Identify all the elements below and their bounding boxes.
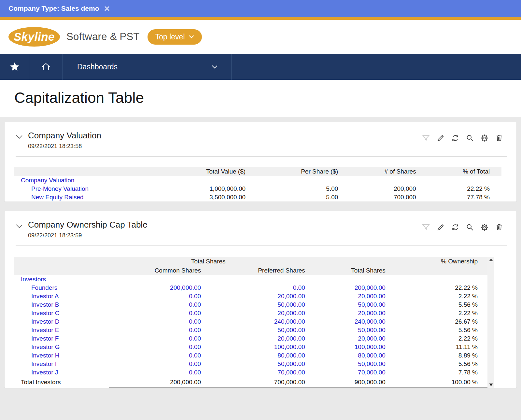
chevron-down-icon (212, 65, 218, 69)
cell-common-link[interactable]: 0.00 (189, 369, 201, 376)
search-icon[interactable] (465, 133, 475, 143)
cell-common-link[interactable]: 0.00 (189, 352, 201, 359)
row-label-link[interactable]: Investor J (31, 369, 58, 376)
row-label-link[interactable]: Company Valuation (21, 177, 74, 184)
brand-header: Skyline Software & PST Top level (0, 20, 521, 54)
cell-ownership: 22.22 % (388, 284, 487, 292)
delete-icon[interactable] (494, 222, 504, 232)
row-label-link[interactable]: Investor E (31, 327, 59, 333)
settings-icon[interactable] (480, 222, 489, 232)
collapse-chevron-icon[interactable] (12, 224, 27, 228)
total-ownership: 100.00 % (388, 377, 487, 388)
cell-common-link[interactable]: 0.00 (189, 318, 201, 325)
cell-total-link[interactable]: 50,000.00 (358, 327, 386, 333)
column-header (14, 257, 109, 266)
cell-preferred-link[interactable]: 50,000.00 (277, 327, 305, 333)
table-row: Investor J 0.00 70,000.00 70,000.00 7.78… (14, 368, 487, 377)
edit-icon[interactable] (436, 133, 445, 143)
cell-ownership: 2.22 % (388, 309, 487, 317)
row-label-link[interactable]: Investor F (31, 335, 59, 342)
cell-common-link[interactable]: 0.00 (189, 327, 201, 333)
cell-preferred-link[interactable]: 240,000.00 (274, 318, 305, 325)
filter-icon[interactable] (421, 222, 431, 232)
cell-common (109, 275, 204, 284)
cell-preferred-link[interactable]: 80,000.00 (277, 352, 305, 359)
row-label-link[interactable]: Investor G (31, 343, 60, 350)
search-icon[interactable] (465, 222, 475, 232)
refresh-icon[interactable] (450, 222, 460, 232)
collapse-chevron-icon[interactable] (12, 134, 27, 139)
cell-ownership: 2.22 % (388, 292, 487, 301)
settings-icon[interactable] (480, 133, 489, 143)
dashboard-content: Company Valuation 09/22/2021 18:23:58 To (0, 117, 521, 420)
cell-preferred-link[interactable]: 50,000.00 (277, 360, 305, 367)
cell-ownership (388, 275, 487, 284)
row-label-link[interactable]: Investor B (31, 301, 59, 308)
home-icon (41, 62, 51, 72)
row-label-link[interactable]: Investors (21, 276, 46, 283)
row-label-link[interactable]: Investor I (31, 360, 57, 367)
row-label-link[interactable]: Investor H (31, 352, 60, 359)
table-row: Investors (14, 275, 487, 284)
panel-toolbar (421, 133, 504, 143)
cell-preferred-link[interactable]: 20,000.00 (277, 293, 305, 300)
cell-ownership: 7.78 % (388, 368, 487, 377)
row-label-link[interactable]: Pre-Money Valuation (31, 185, 89, 192)
cell-common-link[interactable]: 0.00 (189, 335, 201, 342)
cell-ownership: 2.22 % (388, 334, 487, 343)
cell-preferred-link[interactable]: 0.00 (293, 284, 305, 291)
cell-total-link[interactable]: 80,000.00 (358, 352, 386, 359)
accent-strip (0, 17, 521, 20)
main-nav: Dashboards (0, 54, 521, 80)
brand-subtitle: Software & PST (66, 31, 140, 43)
vertical-scrollbar[interactable] (487, 257, 494, 388)
column-header (388, 266, 487, 275)
cell-shares: 700,000 (341, 193, 418, 202)
cell-preferred-link[interactable]: 20,000.00 (277, 335, 305, 342)
row-label-link[interactable]: Investor A (31, 293, 59, 300)
cell-common-link[interactable]: 0.00 (189, 360, 201, 367)
edit-icon[interactable] (436, 222, 445, 232)
top-level-button[interactable]: Top level (148, 29, 202, 45)
nav-dashboards[interactable]: Dashboards (63, 54, 232, 80)
cell-common-link[interactable]: 200,000.00 (170, 284, 201, 291)
row-label-link[interactable]: New Equity Raised (31, 194, 84, 201)
cell-preferred (204, 275, 308, 284)
chevron-down-icon (189, 35, 194, 38)
cell-per-share: 5.00 (248, 185, 341, 193)
cell-total-link[interactable]: 50,000.00 (358, 301, 386, 308)
row-label-link[interactable]: Investor C (31, 310, 60, 316)
scroll-up-icon[interactable] (489, 259, 493, 261)
row-label-link[interactable]: Founders (31, 284, 57, 291)
home-button[interactable] (29, 54, 63, 80)
total-total: 900,000.00 (308, 377, 388, 388)
cell-total-link[interactable]: 20,000.00 (358, 310, 386, 316)
cell-total-link[interactable]: 20,000.00 (358, 335, 386, 342)
valuation-table: Total Value ($) Per Share ($) # of Share… (14, 167, 501, 202)
scroll-down-icon[interactable] (489, 384, 493, 386)
close-icon[interactable] (105, 6, 109, 11)
cell-common-link[interactable]: 0.00 (189, 293, 201, 300)
cell-common-link[interactable]: 0.00 (189, 343, 201, 350)
cell-total-link[interactable]: 20,000.00 (358, 293, 386, 300)
filter-icon[interactable] (421, 133, 431, 143)
cell-total-link[interactable]: 100,000.00 (355, 343, 386, 350)
table-row: Investor E 0.00 50,000.00 50,000.00 5.56… (14, 326, 487, 334)
cell-preferred-link[interactable]: 70,000.00 (277, 369, 305, 376)
delete-icon[interactable] (494, 133, 504, 143)
table-row: Investor D 0.00 240,000.00 240,000.00 26… (14, 317, 487, 326)
cell-total-link[interactable]: 50,000.00 (358, 360, 386, 367)
cell-total-link[interactable]: 200,000.00 (355, 284, 386, 291)
cell-common-link[interactable]: 0.00 (189, 310, 201, 316)
company-valuation-panel: Company Valuation 09/22/2021 18:23:58 To (5, 122, 516, 202)
cell-preferred-link[interactable]: 100,000.00 (274, 343, 305, 350)
cell-total-link[interactable]: 240,000.00 (355, 318, 386, 325)
table-row: Founders 200,000.00 0.00 200,000.00 22.2… (14, 284, 487, 292)
row-label-link[interactable]: Investor D (31, 318, 60, 325)
cell-common-link[interactable]: 0.00 (189, 301, 201, 308)
cell-preferred-link[interactable]: 50,000.00 (277, 301, 305, 308)
cell-preferred-link[interactable]: 20,000.00 (277, 310, 305, 316)
favorites-button[interactable] (0, 54, 29, 80)
refresh-icon[interactable] (450, 133, 460, 143)
cell-total-link[interactable]: 70,000.00 (358, 369, 386, 376)
